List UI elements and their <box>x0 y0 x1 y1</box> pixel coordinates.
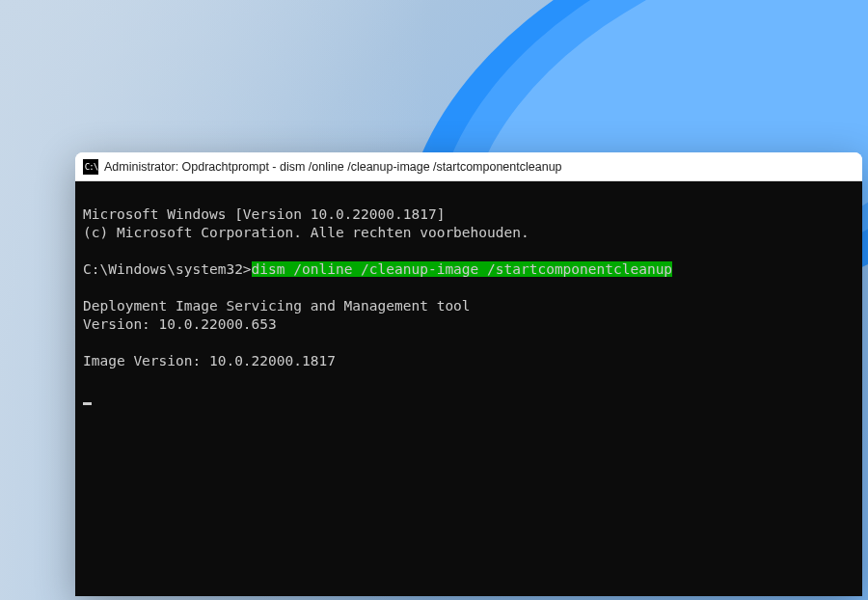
terminal-cursor <box>83 402 92 405</box>
terminal-prompt-line: C:\Windows\system32>dism /online /cleanu… <box>83 261 672 277</box>
window-titlebar[interactable]: C:\ Administrator: Opdrachtprompt - dism… <box>75 152 862 181</box>
terminal-output[interactable]: Microsoft Windows [Version 10.0.22000.18… <box>75 181 862 596</box>
dism-command: dism /online /cleanup-image /startcompon… <box>252 261 673 277</box>
terminal-line: Deployment Image Servicing and Managemen… <box>83 298 471 314</box>
command-prompt-window: C:\ Administrator: Opdrachtprompt - dism… <box>75 152 862 596</box>
terminal-line: Image Version: 10.0.22000.1817 <box>83 353 336 368</box>
cmd-icon: C:\ <box>83 159 98 175</box>
prompt-prefix: C:\Windows\system32> <box>83 261 252 277</box>
window-title: Administrator: Opdrachtprompt - dism /on… <box>104 160 562 174</box>
terminal-line: Version: 10.0.22000.653 <box>83 316 277 332</box>
terminal-line: (c) Microsoft Corporation. Alle rechten … <box>83 225 529 240</box>
terminal-line: Microsoft Windows [Version 10.0.22000.18… <box>83 206 445 222</box>
